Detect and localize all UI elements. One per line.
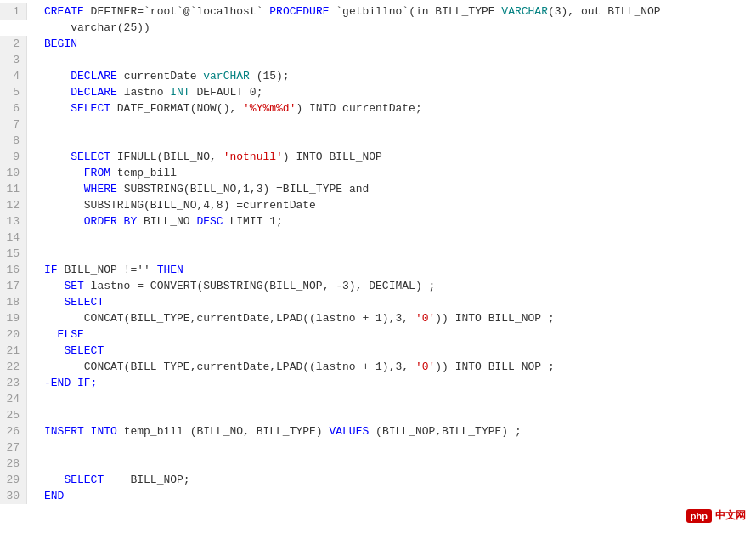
code-line: 3	[0, 52, 756, 68]
line-number: 24	[0, 391, 27, 407]
line-content: IF BILL_NOP !='' THEN	[44, 262, 756, 278]
fold-icon[interactable]: −	[34, 262, 44, 278]
code-line: 8	[0, 133, 756, 149]
code-token: ) INTO BILL_NOP	[283, 150, 382, 163]
code-line: varchar(25))	[0, 20, 756, 36]
line-number: 15	[0, 246, 27, 262]
line-number: 18	[0, 294, 27, 310]
code-token: and	[349, 183, 369, 196]
line-content	[44, 230, 756, 246]
line-number: 7	[0, 116, 27, 133]
line-number: 6	[0, 100, 27, 116]
code-line: 5 DECLARE lastno INT DEFAULT 0;	[0, 84, 756, 100]
code-container: 1CREATE DEFINER=`root`@`localhost` PROCE…	[0, 0, 756, 533]
code-token: INSERT INTO	[44, 425, 117, 438]
line-content	[44, 391, 756, 407]
line-number: 9	[0, 149, 27, 165]
code-line: 26INSERT INTO temp_bill (BILL_NO, BILL_T…	[0, 423, 756, 439]
line-content: SUBSTRING(BILL_NO,4,8) =currentDate	[44, 197, 756, 213]
code-token: DEFINER=	[84, 5, 144, 18]
line-content: SELECT IFNULL(BILL_NO, 'notnull') INTO B…	[44, 149, 756, 165]
line-number: 21	[0, 343, 27, 359]
code-token: BEGIN	[44, 37, 77, 50]
code-token: VARCHAR	[501, 5, 548, 18]
line-number: 22	[0, 359, 27, 375]
code-line: 29 SELECT BILL_NOP;	[0, 472, 756, 488]
line-content: INSERT INTO temp_bill (BILL_NO, BILL_TYP…	[44, 423, 756, 439]
code-line: 22 CONCAT(BILL_TYPE,currentDate,LPAD((la…	[0, 359, 756, 375]
code-line: 21 SELECT	[0, 343, 756, 359]
watermark-php-label: php	[686, 509, 712, 523]
line-content: CREATE DEFINER=`root`@`localhost` PROCED…	[44, 3, 756, 20]
line-number: 14	[0, 230, 27, 246]
code-token: (15);	[250, 70, 290, 82]
line-number: 4	[0, 68, 27, 84]
code-token: SELECT	[44, 150, 110, 163]
watermark: php 中文网	[686, 508, 746, 523]
code-line: 12 SUBSTRING(BILL_NO,4,8) =currentDate	[0, 197, 756, 213]
line-number: 25	[0, 407, 27, 423]
code-token: IF	[44, 264, 58, 276]
code-line: 6 SELECT DATE_FORMAT(NOW(), '%Y%m%d') IN…	[0, 100, 756, 116]
line-number: 28	[0, 456, 27, 472]
line-number: 2	[0, 36, 27, 52]
line-content: CONCAT(BILL_TYPE,currentDate,LPAD((lastn…	[44, 359, 756, 375]
fold-icon[interactable]: −	[34, 36, 44, 52]
line-content: DECLARE currentDate varCHAR (15);	[44, 68, 756, 84]
line-number: 19	[0, 310, 27, 326]
line-number: 5	[0, 84, 27, 100]
code-token: SELECT	[44, 344, 104, 357]
code-token: IFNULL(BILL_NO,	[110, 150, 223, 163]
code-token: LIMIT 1;	[223, 215, 283, 228]
line-content	[44, 133, 756, 149]
code-area: 1CREATE DEFINER=`root`@`localhost` PROCE…	[0, 0, 756, 507]
code-line: 15	[0, 246, 756, 262]
code-line: 30END	[0, 488, 756, 504]
line-content	[44, 456, 756, 472]
code-line: 24	[0, 391, 756, 407]
code-token: CREATE	[44, 5, 84, 18]
code-token: '%Y%m%d'	[243, 102, 296, 115]
code-token: DECLARE	[44, 86, 117, 99]
code-token: BILL_NOP;	[104, 473, 189, 486]
code-line: 7	[0, 116, 756, 133]
line-number: 3	[0, 52, 27, 68]
line-content: DECLARE lastno INT DEFAULT 0;	[44, 84, 756, 100]
code-token: SET	[44, 280, 84, 292]
code-token: ) INTO currentDate;	[296, 102, 421, 115]
code-token: THEN	[157, 264, 183, 276]
code-token: DESC	[196, 215, 223, 228]
code-token: CONCAT(BILL_TYPE,currentDate,LPAD((lastn…	[44, 360, 415, 373]
code-token: currentDate	[117, 70, 203, 82]
line-content	[44, 246, 756, 262]
code-token: varCHAR	[203, 70, 250, 82]
code-token: VALUES	[329, 425, 369, 438]
code-token: )) INTO BILL_NOP ;	[435, 360, 554, 373]
code-token: (in BILL_TYPE	[409, 5, 501, 18]
code-line: 27	[0, 439, 756, 456]
line-content: SET lastno = CONVERT(SUBSTRING(BILL_NOP,…	[44, 278, 756, 294]
line-number: 1	[0, 3, 27, 20]
line-content: SELECT	[44, 294, 756, 310]
line-content: ELSE	[44, 326, 756, 343]
code-token: @	[183, 5, 190, 18]
line-number: 29	[0, 472, 27, 488]
line-number: 23	[0, 375, 27, 391]
line-content: BEGIN	[44, 36, 756, 52]
line-number: 20	[0, 326, 27, 343]
code-token: (BILL_NOP,BILL_TYPE) ;	[369, 425, 521, 438]
code-token: ORDER BY	[44, 215, 137, 228]
code-token: INT	[170, 86, 189, 99]
line-content: -END IF;	[44, 375, 756, 391]
code-line: 4 DECLARE currentDate varCHAR (15);	[0, 68, 756, 84]
code-token: SUBSTRING(BILL_NO,4,8) =currentDate	[44, 199, 316, 212]
line-content	[44, 407, 756, 423]
code-line: 20 ELSE	[0, 326, 756, 343]
line-number: 10	[0, 165, 27, 181]
line-content: SELECT	[44, 343, 756, 359]
code-token: DEFAULT 0;	[190, 86, 263, 99]
line-content: WHERE SUBSTRING(BILL_NO,1,3) =BILL_TYPE …	[44, 181, 756, 197]
line-number: 17	[0, 278, 27, 294]
line-content: varchar(25))	[44, 20, 756, 36]
code-token: SELECT	[44, 296, 104, 309]
